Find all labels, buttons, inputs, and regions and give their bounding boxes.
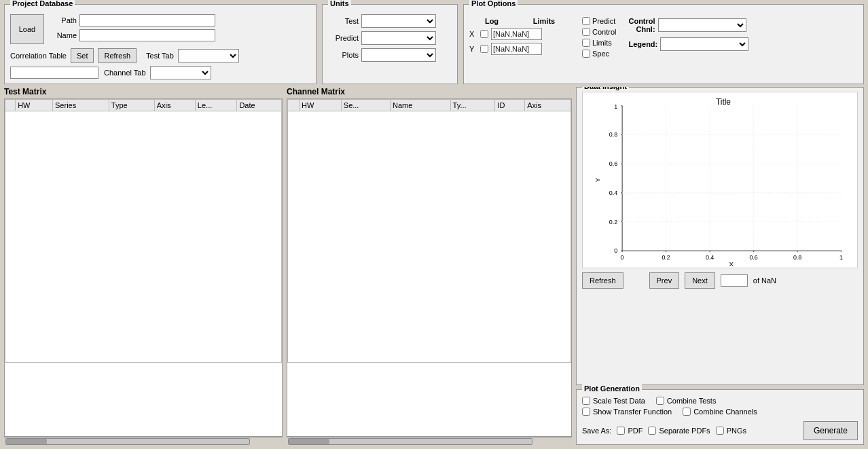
svg-text:0.8: 0.8 <box>793 254 801 261</box>
plot-options-title: Plot Options <box>469 0 518 7</box>
scale-test-data-checkbox[interactable] <box>582 397 590 405</box>
svg-text:1: 1 <box>839 254 843 261</box>
svg-text:0: 0 <box>614 247 617 254</box>
control-checkbox[interactable] <box>582 28 590 36</box>
channel-matrix-col-header: Axis <box>525 100 571 111</box>
limits-checkbox[interactable] <box>582 39 590 47</box>
channel-tab-label: Channel Tab <box>104 69 146 77</box>
data-insight-title: Data Insight <box>582 87 629 90</box>
svg-text:Y: Y <box>594 177 601 182</box>
channel-matrix-scrollbar[interactable] <box>287 437 572 445</box>
units-panel: Units Test Predict Plots <box>322 4 458 84</box>
test-matrix-col-header: HW <box>16 100 53 111</box>
right-panel: Data Insight Title 0 0.2 <box>576 87 864 445</box>
test-matrix-section: Test Matrix HWSeriesTypeAxisLe...Date <box>4 87 283 445</box>
plots-unit-select[interactable] <box>361 48 436 62</box>
show-transfer-checkbox[interactable] <box>582 408 590 416</box>
data-insight-panel: Data Insight Title 0 0.2 <box>576 87 864 385</box>
refresh-db-button[interactable]: Refresh <box>98 48 137 63</box>
path-input[interactable] <box>79 14 215 26</box>
predict-unit-select[interactable] <box>361 31 436 45</box>
channel-tab-select[interactable] <box>150 66 211 79</box>
next-button[interactable]: Next <box>685 272 715 289</box>
load-button[interactable]: Load <box>10 14 44 44</box>
combine-tests-checkbox[interactable] <box>656 397 664 405</box>
chart-controls: Refresh Prev Next of NaN <box>582 272 858 289</box>
plots-unit-label: Plots <box>328 51 359 59</box>
log-col-header: Log <box>482 17 502 25</box>
x-log-checkbox[interactable] <box>480 30 488 38</box>
combine-channels-checkbox[interactable] <box>683 408 691 416</box>
test-matrix-title: Test Matrix <box>4 87 283 96</box>
channel-matrix-col-header: Ty... <box>450 100 495 111</box>
predict-unit-label: Predict <box>328 34 359 42</box>
page-input[interactable] <box>721 274 748 287</box>
channel-matrix-table: HWSe...NameTy...IDAxis <box>287 99 571 363</box>
plot-options-panel: Plot Options Log Limits X Y <box>463 4 864 84</box>
set-button[interactable]: Set <box>71 48 94 63</box>
show-transfer-label: Show Transfer Function <box>593 408 672 416</box>
spec-checkbox[interactable] <box>582 50 590 58</box>
svg-text:0.4: 0.4 <box>706 254 714 261</box>
limits-check-label: Limits <box>592 39 612 47</box>
combine-tests-label: Combine Tests <box>667 397 717 405</box>
test-unit-label: Test <box>328 17 359 25</box>
predict-check-label: Predict <box>592 17 615 25</box>
units-title: Units <box>328 0 351 7</box>
channel-matrix-col-header: Name <box>391 100 451 111</box>
separate-pdfs-label: Separate PDFs <box>659 427 710 435</box>
test-unit-select[interactable] <box>361 14 436 28</box>
corr-input[interactable] <box>10 67 98 79</box>
spec-check-label: Spec <box>592 50 609 58</box>
svg-text:0.6: 0.6 <box>609 160 617 167</box>
predict-checkbox[interactable] <box>582 17 590 25</box>
svg-text:0.2: 0.2 <box>662 254 670 261</box>
name-input[interactable] <box>79 29 215 41</box>
generate-button[interactable]: Generate <box>803 421 858 440</box>
svg-text:0.8: 0.8 <box>609 131 617 138</box>
correlation-table-label: Correlation Table <box>10 52 67 60</box>
control-chnl-label: Control Chnl: <box>628 17 655 33</box>
svg-text:0.2: 0.2 <box>609 219 617 226</box>
legend-select[interactable] <box>660 37 748 51</box>
save-as-label: Save As: <box>582 427 611 435</box>
name-label: Name <box>52 31 77 39</box>
pngs-checkbox[interactable] <box>716 427 724 435</box>
path-label: Path <box>52 16 77 24</box>
x-limits-input[interactable] <box>491 28 542 40</box>
test-tab-select[interactable] <box>178 49 239 62</box>
prev-button[interactable]: Prev <box>649 272 680 289</box>
test-matrix-col-header: Type <box>109 100 154 111</box>
y-limits-input[interactable] <box>491 43 542 55</box>
test-matrix-col-header: Date <box>237 100 282 111</box>
limits-col-header: Limits <box>517 17 571 25</box>
test-matrix-col-header: Axis <box>154 100 195 111</box>
x-axis-label: X <box>469 30 477 38</box>
svg-text:0: 0 <box>621 254 624 261</box>
svg-text:0.4: 0.4 <box>609 190 617 196</box>
control-check-label: Control <box>592 28 616 36</box>
pdf-checkbox[interactable] <box>617 427 625 435</box>
chart-title-text: Title <box>716 97 731 107</box>
y-log-checkbox[interactable] <box>480 45 488 53</box>
test-matrix-table: HWSeriesTypeAxisLe...Date <box>5 99 282 363</box>
refresh-chart-button[interactable]: Refresh <box>582 272 623 289</box>
scale-test-data-label: Scale Test Data <box>593 397 645 405</box>
channel-matrix-col-header: ID <box>495 100 525 111</box>
test-matrix-scrollbar[interactable] <box>4 437 283 445</box>
svg-text:1: 1 <box>614 103 617 110</box>
of-nan-label: of NaN <box>753 276 776 285</box>
project-database-title: Project Database <box>10 0 75 7</box>
channel-matrix-col-header: Se... <box>341 100 390 111</box>
pdf-label: PDF <box>628 427 643 435</box>
channel-matrix-col-header: HW <box>300 100 342 111</box>
chart-svg: Title 0 0.2 0.4 0.6 <box>583 92 857 268</box>
legend-label: Legend: <box>628 40 657 48</box>
control-chnl-select[interactable] <box>658 18 746 32</box>
svg-text:0.6: 0.6 <box>749 254 757 261</box>
project-database-panel: Project Database Load Path Name Correlat… <box>4 4 317 84</box>
plot-generation-panel: Plot Generation Scale Test Data Combine … <box>576 389 864 445</box>
test-matrix-col-header <box>5 100 16 111</box>
separate-pdfs-checkbox[interactable] <box>648 427 656 435</box>
pngs-label: PNGs <box>727 427 746 435</box>
